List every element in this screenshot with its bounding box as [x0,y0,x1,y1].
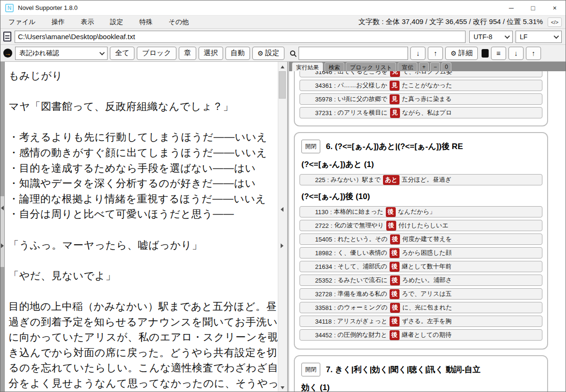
match-highlight: あと [383,175,400,185]
window-title: Novel Supporter 1.8.0 [18,4,77,11]
line-ending-select[interactable]: LF [516,31,562,43]
check-preset-select[interactable]: 表記ゆれ確認 [15,47,108,60]
result-separator: : [334,277,336,284]
tab-item[interactable]: ブロック リスト [346,62,396,71]
context-after: た真っ赤に染まる [402,95,452,103]
tab-small-button[interactable]: + [419,62,429,71]
editor-line: ・知識やデータを深く分析するのが好きだ――はい [8,176,276,192]
results-tab-strip: 実行結果検索ブロック リスト宣伝+−0 [289,62,566,71]
search-down-button[interactable]: ↓ [410,47,425,60]
result-position: 1130 [315,209,328,216]
minimize-button[interactable]: ─ [500,0,522,15]
editor-line: 分をよく見せようなんて思ってなかったのに、そうやっ [8,376,276,392]
result-row[interactable]: 35978:い頃に父の故郷で見た真っ赤に染まる [300,93,542,105]
editor-scrollbar-thumb[interactable] [279,71,286,99]
editor-line [8,115,276,130]
editor-scrollbar[interactable] [278,62,286,392]
result-row[interactable]: 34361:パ……お父様しか見たことがなかった [300,80,542,91]
result-row[interactable]: 18982:く、優しい表情の後ろから困惑した顔 [300,247,542,259]
result-position: 34118 [315,318,332,325]
collapse-left-icon[interactable] [1,206,4,210]
splitter-left-icon[interactable] [281,207,283,212]
menu-item[interactable]: 表示 [73,18,102,26]
result-separator: : [334,263,336,270]
toggle-section-button[interactable]: 開閉 [301,363,320,376]
result-row[interactable]: 31646:出てくるところを見て、ホログラム姿 [300,71,542,77]
scroll-down-icon[interactable] [278,384,286,392]
chevron-down-icon [505,33,510,38]
tab-small-button[interactable]: 0 [441,62,451,71]
results-content[interactable]: 31646:出てくるところを見て、ホログラム姿34361:パ……お父様しか見たこ… [289,71,558,392]
result-row[interactable]: 32728:準備を進める私の後ろで、アリスは五 [300,288,542,300]
gear-icon: ⚙ [450,50,457,57]
color-square-icon[interactable] [482,49,489,58]
main-area: もみじがり マヤ「図書館って、反政府組織なんでしょ？」 ・考えるよりも先に行動し… [0,62,566,392]
context-before: く、優しい表情の [338,249,387,257]
menu-item[interactable]: 特殊 [131,18,160,26]
section-title: 6. (?<=[ぁ-ん])あと|(?<=[ぁ-ん])後 RE [326,141,463,152]
result-separator: : [330,209,332,216]
jump-down-button[interactable]: ↓ [508,47,524,60]
result-row[interactable]: 34452:の圧倒的な財力と後継者としての期待 [300,329,542,341]
splitter-right-icon[interactable] [281,243,283,248]
result-row[interactable]: 21634:そして、浦部氏の後継として数十年前 [300,261,542,272]
menu-item[interactable]: ファイル [0,18,43,26]
scope-button[interactable]: 選択 [199,47,223,60]
match-highlight: 後 [390,330,400,340]
result-row[interactable]: 15405:れたという。その後何度か建て替えを [300,234,542,245]
jump-up-button[interactable]: ↑ [526,47,541,60]
text-editor[interactable]: もみじがり マヤ「図書館って、反政府組織なんでしょ？」 ・考えるよりも先に行動し… [4,62,278,392]
group-header: 開閉6. (?<=[ぁ-ん])あと|(?<=[ぁ-ん])後 RE [301,140,542,153]
toggle-section-button[interactable]: 開閉 [301,140,320,153]
left-position-strip[interactable] [0,62,4,392]
menu-item[interactable]: その他 [160,18,197,26]
context-before: の圧倒的な財力と [338,331,387,339]
menu-item[interactable]: 設定 [102,18,131,26]
menu-item[interactable]: 操作 [43,18,73,26]
code-icon[interactable]: </> [548,17,562,27]
window-controls: ─ □ × [500,0,566,15]
tab-item[interactable]: 検索 [325,62,344,71]
tab-item[interactable]: 宣伝 [398,62,417,71]
list-button[interactable]: ≡ [491,47,506,60]
context-after: ろめたい。浦部さ [402,276,452,284]
result-row[interactable]: 1130:本格的に始まった後なんだから」 [300,206,542,217]
scope-button[interactable]: ブロック [137,47,176,60]
file-path-input[interactable] [15,31,466,43]
settings-button[interactable]: ⚙ 設定 [252,47,285,60]
run-icon[interactable]: → [3,49,12,58]
result-row[interactable]: 37231:のアリスを横目に見ながら、私はプロ [300,107,542,118]
match-highlight: 後 [390,262,400,272]
result-separator: : [334,304,336,311]
tab-active[interactable]: 実行結果 [292,62,323,71]
context-after: ずさる。左手を胸 [402,317,451,325]
search-input[interactable] [299,47,408,60]
context-before: そして、浦部氏の [338,262,387,271]
tab-small-button[interactable]: − [430,62,440,71]
result-row[interactable]: 33581:のウォーミングの後に、光に包まれた [300,302,542,313]
result-row[interactable]: 2722:化の波で無理やり後付けしたらしいエ [300,220,542,231]
editor-line: に向かっていたアリスが、私のエアロ・スクリーンを覗 [8,330,276,345]
scope-button[interactable]: 章 [179,47,196,60]
result-row[interactable]: 34118:アリスがぎょっと後ずさる。左手を胸 [300,316,542,327]
maximize-button[interactable]: □ [522,0,544,15]
collapse-right-icon[interactable] [1,243,4,248]
context-after: に、光に包まれた [402,303,452,312]
search-up-button[interactable]: ↑ [428,47,443,60]
scope-button[interactable]: 自動 [225,47,250,60]
result-row[interactable]: 225:みなかい）駅まであと五分ほど。昼過ぎ [300,174,542,185]
scope-button[interactable]: 全て [110,47,134,60]
section-title: 7. きく|利く|効く|聞く|聴く|訊く 動詞-自立 [326,364,481,375]
search-icon [290,50,295,56]
result-row[interactable]: 25352:るみたいで流石に後ろめたい。浦部さ [300,275,542,286]
scroll-up-icon[interactable] [278,63,286,71]
encoding-select[interactable]: UTF-8 [469,31,513,43]
match-highlight: 後 [390,317,400,326]
close-button[interactable]: × [544,0,566,15]
match-highlight: 後 [386,207,396,217]
result-position: 15405 [315,236,332,243]
editor-line [8,222,276,238]
result-group-partial: 31646:出てくるところを見て、ホログラム姿34361:パ……お父様しか見たこ… [294,71,548,126]
detail-button[interactable]: ⚙ 詳細 [445,47,478,60]
editor-line [8,284,276,299]
